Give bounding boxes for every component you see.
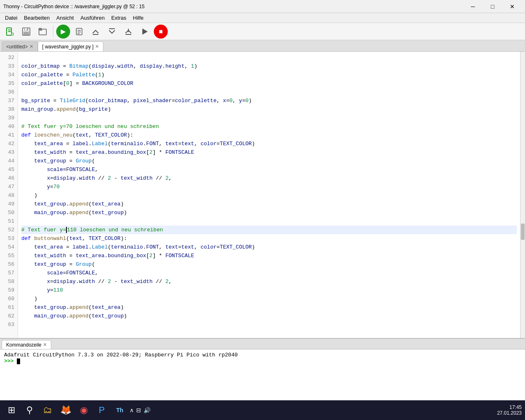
taskbar-firefox-button[interactable]: 🦊 <box>57 402 74 418</box>
cmd-tab-label: Kommandozeile <box>6 342 41 348</box>
tab-waveshare-close[interactable]: ✕ <box>95 44 99 49</box>
taskbar: ⊞ ⚲ 🗂 🦊 ◉ P Th ∧ ⊟ 🔊 17:45 27.01.2023 <box>0 400 525 420</box>
toolbar-separator-1 <box>53 26 53 37</box>
tab-untitled-label: <untitled> <box>6 44 28 50</box>
minimize-button[interactable]: ─ <box>463 0 482 13</box>
tab-bar: <untitled> ✕ [ waveshare_jiggler.py ] ✕ <box>0 40 525 52</box>
title-bar: Thonny - CircuitPython device :: /wavesh… <box>0 0 525 13</box>
debug-button[interactable] <box>72 25 87 39</box>
taskbar-app1-button[interactable]: ◉ <box>75 402 92 418</box>
line-numbers: 3233343536 3738394041 4243444546 4748495… <box>0 52 18 338</box>
run-button[interactable]: ▶ <box>56 25 70 39</box>
window-controls: ─ □ ✕ <box>463 0 522 13</box>
menu-extras[interactable]: Extras <box>108 14 130 22</box>
svg-rect-9 <box>23 32 29 35</box>
step-into-button[interactable] <box>105 25 119 39</box>
taskbar-start-button[interactable]: ⊞ <box>3 402 20 418</box>
tab-untitled-close[interactable]: ✕ <box>30 44 33 49</box>
tray-chevron[interactable]: ∧ <box>130 407 134 413</box>
taskbar-date-value: 27.01.2023 <box>497 410 522 416</box>
tab-waveshare[interactable]: [ waveshare_jiggler.py ] ✕ <box>38 41 103 51</box>
cmd-tab-kommandozeile[interactable]: Kommandozeile ✕ <box>2 340 51 349</box>
step-over-button[interactable] <box>88 25 103 39</box>
taskbar-app2-button[interactable]: P <box>94 402 110 418</box>
cmd-prompt: >>> <box>4 358 14 364</box>
svg-rect-8 <box>25 28 27 30</box>
taskbar-thonny-button[interactable]: Th <box>112 402 128 418</box>
tab-untitled[interactable]: <untitled> ✕ <box>2 41 38 51</box>
stop-button[interactable]: ■ <box>154 25 168 39</box>
resume-button[interactable] <box>137 25 152 39</box>
cmd-output-line: Adafruit CircuitPython 7.3.3 on 2022-08-… <box>4 352 521 358</box>
main-editor-area: 3233343536 3738394041 4243444546 4748495… <box>0 52 525 404</box>
menu-ausfuehren[interactable]: Ausführen <box>77 14 108 22</box>
menu-ansicht[interactable]: Ansicht <box>53 14 77 22</box>
tray-icons: ∧ ⊟ 🔊 <box>130 407 151 413</box>
taskbar-time-value: 17:45 <box>497 404 522 410</box>
taskbar-files-button[interactable]: 🗂 <box>39 402 56 418</box>
code-editor[interactable]: 3233343536 3738394041 4243444546 4748495… <box>0 52 525 338</box>
taskbar-search-button[interactable]: ⚲ <box>21 402 38 418</box>
command-area: Kommandozeile ✕ Adafruit CircuitPython 7… <box>0 338 525 404</box>
cmd-output-text: Adafruit CircuitPython 7.3.3 on 2022-08-… <box>4 352 238 358</box>
load-button[interactable] <box>35 25 50 39</box>
menu-bearbeiten[interactable]: Bearbeiten <box>21 14 53 22</box>
svg-marker-21 <box>143 29 148 34</box>
tray-volume: 🔊 <box>144 407 151 413</box>
taskbar-clock[interactable]: 17:45 27.01.2023 <box>497 404 522 416</box>
menu-hilfe[interactable]: Hilfe <box>130 14 147 22</box>
tab-waveshare-label: [ waveshare_jiggler.py ] <box>42 44 94 50</box>
close-button[interactable]: ✕ <box>503 0 522 13</box>
scrollbar-thumb[interactable] <box>521 224 525 240</box>
cmd-prompt-line: >>> <box>4 358 521 364</box>
menu-datei[interactable]: Datei <box>2 14 21 22</box>
code-text[interactable]: color_bitmap = Bitmap(display.width, dis… <box>18 52 520 338</box>
new-file-button[interactable] <box>2 25 17 39</box>
toolbar: ▶ ■ <box>0 23 525 40</box>
vertical-scrollbar[interactable] <box>520 52 525 338</box>
maximize-button[interactable]: □ <box>483 0 502 13</box>
cmd-cursor <box>17 358 20 364</box>
cmd-tab-close[interactable]: ✕ <box>43 342 47 347</box>
cmd-tab-bar: Kommandozeile ✕ <box>0 339 525 349</box>
cmd-content[interactable]: Adafruit CircuitPython 7.3.3 on 2022-08-… <box>0 349 525 404</box>
save-button[interactable] <box>19 25 34 39</box>
window-title: Thonny - CircuitPython device :: /wavesh… <box>3 4 144 9</box>
tray-network: ⊟ <box>136 407 141 413</box>
step-out-button[interactable] <box>121 25 136 39</box>
menu-bar: Datei Bearbeiten Ansicht Ausführen Extra… <box>0 13 525 23</box>
